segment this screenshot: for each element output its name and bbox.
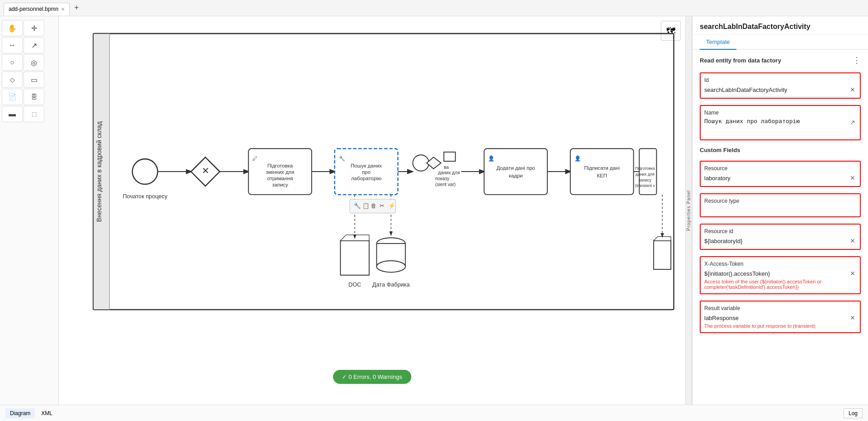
result-variable-clear-button[interactable]: ✕ — [849, 313, 856, 322]
id-clear-button[interactable]: ✕ — [849, 85, 856, 94]
main-area: ✋ ✛ ↔ ↗ ○ ◎ ◇ ▭ 📄 🗄 ▬ ⬚ 🗺 — [0, 16, 868, 405]
id-field-input: ✕ — [704, 85, 856, 94]
svg-text:Підготовка: Підготовка — [267, 163, 293, 168]
name-field-input: Пошук даних про лабораторію ↗ — [704, 118, 856, 136]
svg-text:🖊: 🖊 — [252, 156, 257, 161]
name-textarea[interactable]: Пошук даних про лабораторію — [704, 118, 849, 136]
circle-tool[interactable]: ◎ — [24, 54, 44, 71]
resource-id-clear-button[interactable]: ✕ — [849, 236, 856, 245]
resource-type-field-group: Resource type — [700, 193, 861, 217]
properties-panel-side-label: Properties Panel — [686, 190, 691, 231]
svg-marker-54 — [654, 237, 671, 241]
diagram-tab[interactable]: Diagram — [5, 408, 35, 418]
id-field-group: Id ✕ — [700, 72, 861, 99]
svg-point-51 — [377, 261, 406, 272]
svg-text:Пошук даних: Пошук даних — [351, 163, 382, 168]
db-tool[interactable]: 🗄 — [24, 89, 44, 105]
svg-text:лабораторію: лабораторію — [351, 176, 382, 181]
section-title: Read entity from data factory — [700, 57, 781, 64]
file-tab[interactable]: add-personnel.bpmn ✕ — [4, 3, 70, 15]
tab-template[interactable]: Template — [700, 35, 736, 50]
resource-id-input[interactable] — [704, 238, 849, 244]
diamond-tool[interactable]: ◇ — [2, 72, 23, 88]
properties-panel-label-strip: Properties Panel — [685, 16, 692, 405]
resource-type-field-input — [704, 206, 856, 213]
panel-header: searchLabInDataFactoryActivity — [693, 16, 868, 35]
panel-content: Read entity from data factory ⋮ Id ✕ Nam… — [693, 50, 868, 340]
resource-type-input[interactable] — [704, 206, 856, 213]
toolbar-row-2: ↔ ↗ — [2, 37, 57, 53]
svg-text:запису: запису — [272, 182, 288, 187]
id-input[interactable] — [704, 86, 849, 93]
name-clear-button[interactable]: ↗ — [849, 118, 856, 127]
result-variable-input[interactable] — [704, 315, 849, 321]
svg-text:⚡: ⚡ — [388, 202, 395, 210]
hand-tool[interactable]: ✋ — [2, 20, 23, 36]
resource-type-field-label: Resource type — [704, 198, 856, 204]
svg-text:Початок процесу: Початок процесу — [123, 193, 168, 200]
log-button[interactable]: Log — [844, 408, 863, 418]
name-field-label: Name — [704, 110, 856, 116]
x-access-token-input[interactable] — [704, 270, 849, 277]
svg-text:Підписати дані: Підписати дані — [584, 165, 620, 171]
svg-text:✂: ✂ — [379, 203, 384, 209]
add-tab-button[interactable]: + — [71, 3, 82, 13]
canvas-area[interactable]: 🗺 Внесення даних в кадровий склад Почато… — [59, 16, 685, 405]
left-toolbar: ✋ ✛ ↔ ↗ ○ ◎ ◇ ▭ 📄 🗄 ▬ ⬚ — [0, 16, 59, 405]
svg-text:👤: 👤 — [488, 155, 495, 162]
rect-tool[interactable]: ▬ — [2, 106, 23, 122]
tab-label: add-personnel.bpmn — [9, 6, 58, 12]
svg-text:🔧: 🔧 — [354, 202, 361, 210]
error-badge: ✓ 0 Errors, 0 Warnings — [333, 370, 411, 384]
x-access-token-helper: Access token of the user (${initiator().… — [704, 279, 856, 290]
resource-field-input: ✕ — [704, 173, 856, 182]
result-variable-field-label: Result variable — [704, 305, 856, 311]
result-variable-field-group: Result variable ✕ The process variable t… — [700, 301, 861, 333]
svg-text:показу: показу — [435, 176, 450, 181]
tab-close-icon[interactable]: ✕ — [61, 7, 65, 12]
svg-text:👤: 👤 — [574, 155, 581, 162]
x-access-token-field-input: ✕ — [704, 269, 856, 278]
properties-panel: searchLabInDataFactoryActivity Template … — [692, 16, 868, 405]
svg-text:ва: ва — [444, 165, 449, 170]
section-more-icon[interactable]: ⋮ — [853, 55, 861, 65]
svg-marker-23 — [427, 157, 441, 168]
id-field-label: Id — [704, 77, 856, 83]
svg-text:КЕП: КЕП — [597, 173, 607, 178]
result-variable-helper: The process variable to put response to … — [704, 323, 856, 329]
custom-fields-section: Custom Fields — [700, 147, 861, 153]
ellipse-tool[interactable]: ○ — [2, 54, 23, 71]
x-access-token-clear-button[interactable]: ✕ — [849, 269, 856, 278]
svg-rect-53 — [654, 241, 671, 270]
doc-tool[interactable]: 📄 — [2, 89, 23, 105]
status-bar: Diagram XML Log — [0, 405, 868, 421]
connect-tool[interactable]: ↗ — [24, 37, 44, 53]
resource-field-label: Resource — [704, 165, 856, 172]
resource-input[interactable] — [704, 175, 849, 182]
svg-text:(sient var): (sient var) — [435, 182, 455, 187]
x-access-token-field-label: X-Access-Token — [704, 261, 856, 267]
panel-tabs: Template — [693, 35, 868, 50]
svg-text:даних для: даних для — [636, 172, 655, 177]
dotted-rect-tool[interactable]: ⬚ — [24, 106, 44, 122]
bpmn-diagram: Внесення даних в кадровий склад Початок … — [59, 16, 685, 373]
svg-text:Дата Фабрика: Дата Фабрика — [372, 282, 410, 288]
xml-tab[interactable]: XML — [37, 408, 57, 418]
task-tool[interactable]: ▭ — [24, 72, 44, 88]
svg-text:DOC: DOC — [348, 282, 361, 288]
error-badge-text: ✓ 0 Errors, 0 Warnings — [342, 373, 402, 380]
resource-clear-button[interactable]: ✕ — [849, 173, 856, 182]
svg-rect-46 — [341, 241, 370, 275]
lasso-tool[interactable]: ✛ — [24, 20, 44, 36]
space-tool[interactable]: ↔ — [2, 37, 23, 53]
toolbar-row-3: ○ ◎ — [2, 54, 57, 71]
svg-text:даних для: даних для — [438, 170, 460, 175]
custom-fields-title: Custom Fields — [700, 147, 740, 153]
x-access-token-field-group: X-Access-Token ✕ Access token of the use… — [700, 256, 861, 294]
toolbar-row-1: ✋ ✛ — [2, 20, 57, 36]
toolbar-row-5: 📄 🗄 — [2, 89, 57, 105]
svg-text:Додати дані про: Додати дані про — [496, 165, 535, 171]
canvas-with-panel: 🗺 Внесення даних в кадровий склад Почато… — [59, 16, 868, 405]
resource-id-field-label: Resource id — [704, 228, 856, 234]
section-read-entity: Read entity from data factory ⋮ — [700, 55, 861, 65]
